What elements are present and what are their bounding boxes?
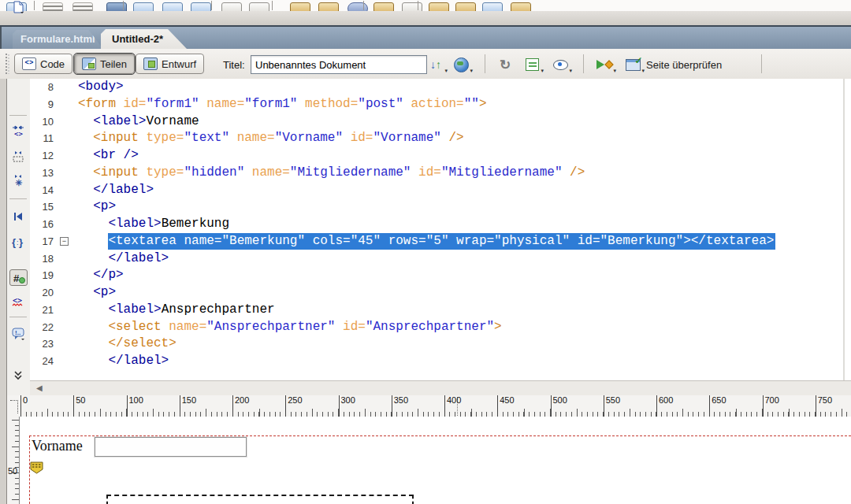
code-line[interactable]: 19 </p> bbox=[30, 267, 851, 284]
line-number: 20 bbox=[30, 284, 55, 302]
line-number: 11 bbox=[30, 130, 55, 147]
up-arrow-icon: ↑ bbox=[436, 59, 441, 70]
check-page-icon[interactable]: ▾ bbox=[622, 56, 643, 73]
highlight-invalid-code-icon[interactable]: <> bbox=[11, 295, 25, 308]
ruler-label: 500 bbox=[551, 395, 567, 417]
code-view-button[interactable]: <> Code bbox=[14, 54, 72, 74]
code-line[interactable]: 10 <label>Vorname bbox=[30, 113, 851, 131]
code-text-selected[interactable]: <textarea name="Bemerkung" cols="45" row… bbox=[78, 233, 851, 250]
line-number: 24 bbox=[30, 353, 55, 370]
code-text[interactable]: <label>Vorname bbox=[78, 113, 851, 131]
ruler-label: 300 bbox=[339, 395, 355, 417]
ruler-label: 100 bbox=[127, 395, 143, 417]
collapse-column bbox=[55, 267, 78, 284]
code-line[interactable]: 8<body> bbox=[30, 79, 851, 96]
document-toolbar: <> Code Teilen Entwurf Titel: ↓ ↑ ▾ ▾ ↻ … bbox=[0, 49, 851, 80]
code-text[interactable]: </label> bbox=[78, 182, 851, 199]
file-management-icon[interactable]: ↓ ↑ ▾ bbox=[426, 56, 446, 73]
svg-text:{: { bbox=[12, 236, 16, 248]
select-parent-tag-icon[interactable] bbox=[11, 209, 25, 223]
code-line[interactable]: 20 <p> bbox=[30, 284, 851, 302]
ruler-label: 400 bbox=[444, 395, 461, 417]
expand-all-icon[interactable]: ✳ bbox=[11, 173, 25, 187]
check-page-label[interactable]: Seite überprüfen bbox=[646, 59, 722, 71]
code-line[interactable]: 12 <br /> bbox=[30, 147, 851, 165]
split-view-button[interactable]: Teilen bbox=[74, 54, 135, 74]
tab-formulare[interactable]: Formulare.html bbox=[13, 30, 103, 49]
code-text[interactable]: </p> bbox=[78, 267, 851, 284]
form-outline bbox=[29, 435, 851, 436]
toolbar-grip[interactable] bbox=[6, 54, 9, 74]
h-ruler: 0501001502002503003504004505005506006507… bbox=[19, 395, 851, 417]
collapse-toggle[interactable]: − bbox=[60, 237, 69, 246]
coding-toolbar-separator bbox=[9, 317, 27, 317]
code-text[interactable]: <p> bbox=[78, 198, 851, 216]
insert-bar-lower bbox=[0, 11, 851, 27]
line-number: 12 bbox=[30, 147, 55, 165]
code-line[interactable]: 9<form id="form1" name="form1" method="p… bbox=[30, 96, 851, 113]
line-numbers-icon[interactable]: # bbox=[9, 269, 28, 286]
code-text[interactable]: <input type="text" name="Vorname" id="Vo… bbox=[78, 130, 851, 147]
more-options-chevron-icon[interactable] bbox=[11, 369, 25, 382]
split-view-icon bbox=[82, 57, 96, 70]
code-line[interactable]: 22 <select name="Ansprechpartner" id="An… bbox=[30, 319, 851, 336]
code-text[interactable]: <br /> bbox=[78, 147, 851, 165]
code-line[interactable]: 23 </select> bbox=[30, 335, 851, 353]
collapse-selection-icon[interactable] bbox=[11, 150, 25, 163]
tab-untitled-2[interactable]: Untitled-2* bbox=[101, 29, 187, 49]
hidden-field-marker-icon[interactable] bbox=[30, 461, 43, 474]
code-text[interactable]: <label>Ansprechpartner bbox=[78, 302, 851, 319]
code-line[interactable]: 21 <label>Ansprechpartner bbox=[30, 302, 851, 319]
design-text-input[interactable] bbox=[95, 437, 247, 457]
toolbar-separator bbox=[761, 54, 762, 73]
apply-comment-icon[interactable]: !.. bbox=[11, 328, 25, 341]
balance-braces-icon[interactable]: {:} bbox=[11, 235, 25, 248]
code-horizontal-scrollbar[interactable]: ◀ bbox=[30, 380, 851, 396]
code-text[interactable]: </label> bbox=[78, 250, 851, 268]
code-text[interactable]: <input type="hidden" name="Mitgliedernam… bbox=[78, 165, 851, 182]
ruler-label: 650 bbox=[709, 395, 726, 417]
list-icon bbox=[526, 58, 539, 71]
refresh-icon[interactable]: ↻ bbox=[495, 56, 515, 73]
collapse-column bbox=[55, 79, 78, 96]
code-line[interactable]: 17− <textarea name="Bemerkung" cols="45"… bbox=[30, 233, 851, 250]
code-editor[interactable]: 8<body>9<form id="form1" name="form1" me… bbox=[30, 79, 851, 380]
line-number: 15 bbox=[30, 198, 55, 216]
validate-markup-icon[interactable]: ▾ bbox=[594, 56, 615, 73]
title-input[interactable] bbox=[251, 55, 427, 74]
code-text[interactable]: <select name="Ansprechpartner" id="Anspr… bbox=[78, 319, 851, 336]
collapse-column bbox=[55, 335, 78, 353]
code-text[interactable]: <form id="form1" name="form1" method="po… bbox=[78, 96, 851, 113]
scroll-left-arrow-icon[interactable]: ◀ bbox=[36, 384, 43, 392]
code-line[interactable]: 18 </label> bbox=[30, 250, 851, 268]
code-line[interactable]: 16 <label>Bemerkung bbox=[30, 216, 851, 233]
collapse-column bbox=[55, 113, 78, 131]
code-text[interactable]: <body> bbox=[78, 79, 851, 96]
code-text[interactable]: <p> bbox=[78, 284, 851, 302]
code-scrollbar-track[interactable] bbox=[843, 79, 845, 380]
view-options-icon[interactable]: ▾ bbox=[522, 56, 542, 73]
design-view-canvas[interactable]: Vorname bbox=[20, 417, 851, 504]
ruler-label: 200 bbox=[232, 395, 249, 417]
code-line[interactable]: 15 <p> bbox=[30, 198, 851, 216]
line-number: 19 bbox=[30, 267, 55, 284]
code-text[interactable]: </label> bbox=[78, 353, 851, 370]
preview-in-browser-icon[interactable]: ▾ bbox=[451, 56, 471, 73]
visual-aids-icon[interactable]: ▾ bbox=[550, 56, 570, 73]
ruler-label: 700 bbox=[763, 395, 779, 417]
code-line[interactable]: 14 </label> bbox=[30, 182, 851, 199]
open-documents-icon[interactable] bbox=[11, 0, 25, 13]
design-view-button[interactable]: Entwurf bbox=[136, 54, 204, 74]
code-line[interactable]: 13 <input type="hidden" name="Mitglieder… bbox=[30, 165, 851, 182]
dropdown-arrow-icon: ▾ bbox=[444, 68, 448, 74]
code-text[interactable]: </select> bbox=[78, 335, 851, 353]
collapse-column bbox=[55, 353, 78, 370]
design-view-icon bbox=[143, 57, 158, 70]
code-text[interactable]: <label>Bemerkung bbox=[78, 216, 851, 233]
collapse-full-tag-icon[interactable]: <> bbox=[11, 124, 25, 138]
insert-bar-separator bbox=[418, 1, 418, 10]
split-view-label: Teilen bbox=[100, 58, 127, 70]
ruler-origin-corner[interactable] bbox=[7, 395, 20, 417]
code-line[interactable]: 11 <input type="text" name="Vorname" id=… bbox=[30, 130, 851, 147]
code-line[interactable]: 24 </label> bbox=[30, 353, 851, 370]
